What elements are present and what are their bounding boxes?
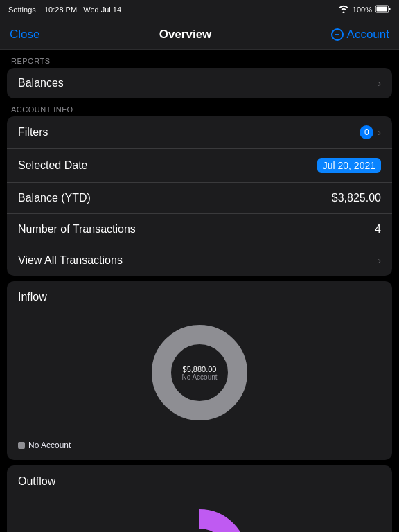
selected-date-value: Jul 20, 2021 — [317, 158, 381, 173]
balances-label: Balances — [18, 77, 64, 89]
status-date: Wed Jul 14 — [83, 6, 121, 14]
num-transactions-label: Number of Transactions — [18, 223, 136, 236]
outflow-chart-title: Outflow — [18, 475, 381, 488]
inflow-donut-svg — [144, 317, 255, 428]
svg-point-5 — [161, 519, 238, 532]
reports-section-label: REPORTS — [0, 50, 399, 68]
svg-rect-2 — [377, 7, 388, 12]
filters-label: Filters — [18, 126, 48, 139]
view-all-transactions-row[interactable]: View All Transactions › — [7, 245, 392, 276]
inflow-donut-wrapper: $5,880.00 No Account — [18, 310, 381, 435]
account-button[interactable]: + Account — [331, 28, 389, 42]
filters-value: 0 › — [360, 125, 381, 139]
inflow-legend: No Account — [18, 441, 381, 450]
status-time: 10:28 PM — [44, 6, 77, 14]
main-content: REPORTS Balances › ACCOUNT INFO Filters … — [0, 50, 399, 532]
date-pill: Jul 20, 2021 — [317, 158, 381, 173]
outflow-donut-svg — [144, 502, 255, 532]
outflow-chart-section: Outflow $2,055.00 Rent Rent — [7, 466, 392, 532]
inflow-chart-section: Inflow $5,880.00 No Account No Account — [7, 281, 392, 460]
legend-item-no-account: No Account — [18, 441, 71, 450]
view-all-chevron-icon: › — [378, 255, 381, 266]
num-transactions-row: Number of Transactions 4 — [7, 214, 392, 245]
filters-row[interactable]: Filters 0 › — [7, 116, 392, 149]
account-label: Account — [347, 28, 389, 42]
view-all-transactions-label: View All Transactions — [18, 254, 123, 267]
settings-label: Settings — [8, 6, 36, 14]
status-right: 100% — [338, 5, 391, 15]
wifi-icon — [338, 5, 349, 15]
account-info-section-label: ACCOUNT INFO — [0, 98, 399, 116]
svg-rect-1 — [389, 8, 391, 10]
battery-label: 100% — [353, 6, 372, 14]
balance-ytd-row: Balance (YTD) $3,825.00 — [7, 183, 392, 214]
status-left: Settings 10:28 PM Wed Jul 14 — [8, 6, 121, 14]
battery-icon — [375, 5, 391, 15]
chevron-right-icon: › — [378, 78, 381, 89]
selected-date-row[interactable]: Selected Date Jul 20, 2021 — [7, 149, 392, 183]
status-bar: Settings 10:28 PM Wed Jul 14 100% — [0, 0, 399, 19]
filters-badge: 0 — [360, 125, 373, 139]
outflow-donut-wrapper: $2,055.00 Rent — [18, 495, 381, 532]
svg-point-4 — [173, 346, 226, 399]
filters-chevron-icon: › — [378, 127, 381, 138]
plus-circle-icon: + — [331, 28, 344, 41]
account-info-card: Filters 0 › Selected Date Jul 20, 2021 B… — [7, 116, 392, 276]
selected-date-label: Selected Date — [18, 159, 88, 172]
close-button[interactable]: Close — [10, 28, 39, 42]
balances-row[interactable]: Balances › — [7, 68, 392, 98]
nav-bar: Close Overview + Account — [0, 19, 399, 50]
balances-card: Balances › — [7, 68, 392, 98]
balance-ytd-value: $3,825.00 — [332, 192, 381, 204]
legend-label-no-account: No Account — [28, 441, 71, 450]
inflow-chart-title: Inflow — [18, 291, 381, 303]
page-title: Overview — [159, 28, 212, 42]
balance-ytd-label: Balance (YTD) — [18, 192, 91, 204]
num-transactions-value: 4 — [375, 223, 381, 236]
legend-dot-no-account — [18, 442, 25, 449]
